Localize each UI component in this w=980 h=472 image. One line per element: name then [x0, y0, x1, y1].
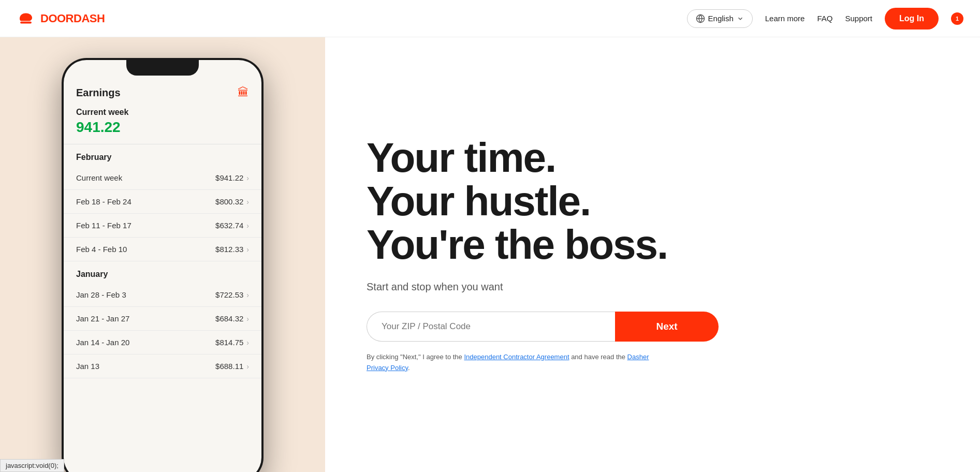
current-week-label: Current week — [76, 108, 249, 117]
legal-text: By clicking "Next," I agree to the Indep… — [367, 352, 656, 374]
january-label: January — [64, 261, 261, 283]
week-amount: $800.32 — [215, 197, 243, 206]
bank-icon[interactable]: 🏛 — [238, 86, 249, 99]
week-amount-row: $812.33 › — [215, 245, 249, 254]
app-header: Earnings 🏛 — [64, 81, 261, 108]
language-selector[interactable]: English — [687, 9, 753, 28]
chevron-right-icon: › — [246, 174, 249, 182]
week-range: Feb 11 - Feb 17 — [76, 221, 131, 230]
next-button[interactable]: Next — [615, 312, 719, 342]
chevron-right-icon: › — [246, 338, 249, 347]
chevron-right-icon: › — [246, 198, 249, 206]
week-amount: $814.75 — [215, 338, 243, 347]
chevron-right-icon: › — [246, 362, 249, 371]
table-row[interactable]: Feb 18 - Feb 24 $800.32 › — [64, 190, 261, 214]
hero-subtitle: Start and stop when you want — [367, 281, 939, 293]
week-amount-row: $941.22 › — [215, 173, 249, 182]
chevron-down-icon — [737, 15, 744, 22]
left-panel: Earnings 🏛 Current week 941.22 February … — [0, 37, 325, 472]
faq-link[interactable]: FAQ — [817, 14, 832, 23]
table-row[interactable]: Jan 13 $688.11 › — [64, 355, 261, 378]
week-range: Jan 13 — [76, 362, 99, 371]
week-amount: $722.53 — [215, 290, 243, 299]
status-bar: javascript:void(0); — [0, 459, 64, 472]
notification-badge[interactable]: 1 — [951, 12, 963, 25]
week-amount: $684.32 — [215, 314, 243, 323]
phone-inner: Earnings 🏛 Current week 941.22 February … — [64, 60, 261, 472]
week-amount-row: $814.75 › — [215, 338, 249, 347]
week-amount: $941.22 — [215, 173, 243, 182]
phone-screen: Earnings 🏛 Current week 941.22 February … — [64, 60, 261, 472]
earnings-section: Current week 941.22 — [64, 108, 261, 144]
status-bar-text: javascript:void(0); — [6, 462, 58, 469]
february-label: February — [64, 144, 261, 166]
legal-middle: and have read the — [569, 353, 627, 361]
week-range: Jan 21 - Jan 27 — [76, 314, 129, 323]
week-range: Feb 18 - Feb 24 — [76, 197, 131, 206]
table-row[interactable]: Feb 11 - Feb 17 $632.74 › — [64, 214, 261, 238]
hero-line3: You're the boss. — [367, 222, 667, 268]
hero-line2: Your hustle. — [367, 178, 590, 224]
language-label: English — [708, 14, 734, 23]
week-amount-row: $800.32 › — [215, 197, 249, 206]
app-screen-title: Earnings — [76, 87, 121, 99]
globe-icon — [696, 14, 705, 23]
week-amount: $812.33 — [215, 245, 243, 254]
week-amount: $688.11 — [215, 362, 243, 371]
table-row[interactable]: Current week $941.22 › — [64, 166, 261, 190]
week-amount-row: $722.53 › — [215, 290, 249, 299]
login-button[interactable]: Log In — [885, 8, 939, 30]
february-section: February Current week $941.22 › Feb 18 -… — [64, 144, 261, 261]
contractor-agreement-link[interactable]: Independent Contractor Agreement — [464, 353, 569, 361]
right-panel: Your time. Your hustle. You're the boss.… — [325, 37, 980, 472]
chevron-right-icon: › — [246, 245, 249, 254]
chevron-right-icon: › — [246, 222, 249, 230]
zip-input[interactable] — [367, 312, 615, 342]
week-amount-row: $632.74 › — [215, 221, 249, 230]
main-content: Earnings 🏛 Current week 941.22 February … — [0, 37, 980, 472]
chevron-right-icon: › — [246, 291, 249, 299]
week-range: Jan 28 - Feb 3 — [76, 290, 126, 299]
nav-right: English Learn more FAQ Support Log In 1 — [687, 8, 963, 30]
legal-suffix: . — [408, 364, 410, 372]
week-amount-row: $688.11 › — [215, 362, 249, 371]
site-header: DOORDASH English Learn more FAQ Support … — [0, 0, 980, 37]
logo-area: DOORDASH — [17, 11, 105, 26]
phone-notch — [126, 60, 199, 76]
week-amount-row: $684.32 › — [215, 314, 249, 323]
doordash-logo-icon — [17, 11, 35, 26]
support-link[interactable]: Support — [845, 14, 872, 23]
phone-mockup: Earnings 🏛 Current week 941.22 February … — [62, 58, 264, 472]
current-week-amount: 941.22 — [76, 119, 249, 136]
doordash-logo-text: DOORDASH — [40, 12, 105, 25]
week-range: Feb 4 - Feb 10 — [76, 245, 127, 254]
legal-prefix: By clicking "Next," I agree to the — [367, 353, 464, 361]
january-section: January Jan 28 - Feb 3 $722.53 › Jan 21 … — [64, 261, 261, 378]
hero-line1: Your time. — [367, 135, 555, 181]
learn-more-link[interactable]: Learn more — [765, 14, 805, 23]
table-row[interactable]: Feb 4 - Feb 10 $812.33 › — [64, 238, 261, 261]
table-row[interactable]: Jan 14 - Jan 20 $814.75 › — [64, 331, 261, 355]
hero-headline: Your time. Your hustle. You're the boss. — [367, 136, 939, 267]
table-row[interactable]: Jan 28 - Feb 3 $722.53 › — [64, 283, 261, 307]
chevron-right-icon: › — [246, 315, 249, 323]
cta-row: Next — [367, 312, 719, 342]
table-row[interactable]: Jan 21 - Jan 27 $684.32 › — [64, 307, 261, 331]
week-range: Jan 14 - Jan 20 — [76, 338, 129, 347]
week-range: Current week — [76, 173, 122, 182]
week-amount: $632.74 — [215, 221, 243, 230]
